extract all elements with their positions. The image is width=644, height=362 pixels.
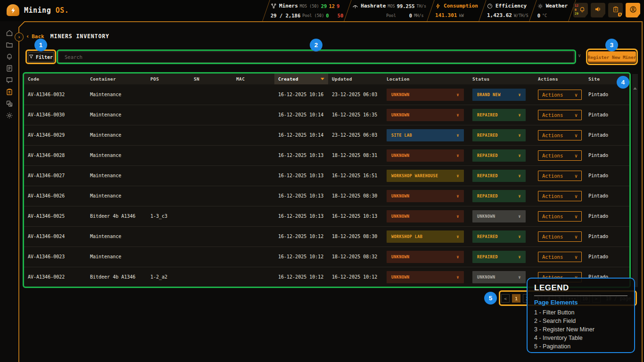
status-dropdown[interactable]: REPAIRED∨ <box>472 251 526 263</box>
status-dropdown[interactable]: REPAIRED∨ <box>472 230 526 243</box>
legend-title: LEGEND <box>534 283 627 293</box>
status-dropdown[interactable]: REPAIRED∨ <box>472 109 526 121</box>
location-dropdown[interactable]: UNKNOWN∨ <box>387 109 464 121</box>
top-header: Mining OS. Miners MOS (50) 29 12 9 29 / … <box>0 0 644 21</box>
sidebar-chat-icon[interactable] <box>6 76 14 84</box>
search-chevron-icon[interactable]: ∨ <box>578 53 581 58</box>
col-created-sorted[interactable]: Created <box>274 74 328 84</box>
legend-item: 1 - Filter Button <box>534 308 627 317</box>
location-dropdown[interactable]: UNKNOWN∨ <box>387 210 464 222</box>
status-dropdown[interactable]: BRAND NEW∨ <box>472 89 526 101</box>
sidebar-expand-button[interactable]: › <box>15 33 24 41</box>
status-dropdown[interactable]: UNKNOWN∨ <box>472 271 526 283</box>
status-dropdown[interactable]: REPAIRED∨ <box>472 129 526 141</box>
sidebar-document-icon[interactable] <box>6 64 14 72</box>
miners-mos-ok: 29 <box>321 3 327 9</box>
cell-updated: 23-12-2025 06:03 <box>328 131 383 140</box>
actions-dropdown[interactable]: Actions∨ <box>538 191 582 201</box>
col-sn[interactable]: SN <box>190 76 232 82</box>
sidebar-assets-icon[interactable] <box>6 99 14 107</box>
cell-pos: 1-3_c3 <box>147 212 190 221</box>
actions-dropdown[interactable]: Actions∨ <box>538 231 582 242</box>
sound-button[interactable] <box>591 3 605 17</box>
table-row[interactable]: AV-A1346-0027 Maintenance 16-12-2025 10:… <box>24 165 630 186</box>
tasks-badge: 0 <box>618 13 622 16</box>
table-row[interactable]: AV-A1346-0030 Maintenance 16-12-2025 10:… <box>24 105 630 125</box>
actions-dropdown[interactable]: Actions∨ <box>538 90 582 100</box>
actions-dropdown[interactable]: Actions∨ <box>538 211 582 222</box>
cell-pos: 1-2_a2 <box>147 272 190 282</box>
cell-site: Pintado <box>585 90 630 99</box>
notifications-button[interactable]: 12 0 29 <box>573 3 588 17</box>
cell-container: Maintenance <box>86 191 147 201</box>
chevron-down-icon: ∨ <box>575 232 578 241</box>
pagination-page-1[interactable]: 1 <box>512 294 520 303</box>
filter-button[interactable]: Filter <box>28 52 54 62</box>
col-updated[interactable]: Updated <box>328 76 383 82</box>
app-logo[interactable]: Mining OS. <box>7 4 69 16</box>
actions-dropdown[interactable]: Actions∨ <box>538 252 582 262</box>
table-row[interactable]: AV-A1346-0023 Maintenance 16-12-2025 10:… <box>24 247 630 267</box>
sidebar-folder-icon[interactable] <box>6 41 14 49</box>
legend-subtitle: Page Elements <box>534 299 627 306</box>
chevron-down-icon: ∨ <box>456 171 459 181</box>
location-dropdown[interactable]: UNKNOWN∨ <box>387 251 464 263</box>
cell-site: Pintado <box>585 171 630 181</box>
table-row[interactable]: AV-A1346-0029 Maintenance 16-12-2025 10:… <box>24 125 630 145</box>
notification-counts: 12 0 29 <box>575 4 578 16</box>
location-dropdown[interactable]: SITE LAB∨ <box>387 129 464 141</box>
location-dropdown[interactable]: WORKSHOP WAREHOUSE∨ <box>387 170 464 182</box>
col-actions[interactable]: Actions <box>532 76 585 82</box>
chevron-left-icon: ‹ <box>26 33 29 40</box>
col-container[interactable]: Container <box>86 76 147 82</box>
stat-consumption: Consumption 141.301 kW <box>431 0 482 21</box>
cell-created: 16-12-2025 10:13 <box>274 212 328 221</box>
location-dropdown[interactable]: UNKNOWN∨ <box>387 89 464 101</box>
col-location[interactable]: Location <box>383 76 469 82</box>
chevron-down-icon: ∨ <box>575 212 578 221</box>
actions-dropdown[interactable]: Actions∨ <box>538 130 582 140</box>
actions-dropdown[interactable]: Actions∨ <box>538 150 582 161</box>
location-dropdown[interactable]: WORKSHOP LAB∨ <box>387 230 464 243</box>
status-dropdown[interactable]: REPAIRED∨ <box>472 170 526 182</box>
table-scrollbar[interactable] <box>632 74 638 287</box>
scroll-up-arrow[interactable] <box>633 87 637 90</box>
cell-site: Pintado <box>585 252 630 262</box>
sidebar-settings-icon[interactable] <box>6 111 14 119</box>
actions-dropdown[interactable]: Actions∨ <box>538 171 582 181</box>
status-dropdown[interactable]: REPAIRED∨ <box>472 149 526 162</box>
cell-code: AV-A1346-0025 <box>24 212 86 221</box>
col-code[interactable]: Code <box>24 76 86 82</box>
location-dropdown[interactable]: UNKNOWN∨ <box>387 149 464 162</box>
cell-container: Maintenance <box>86 131 147 140</box>
account-button[interactable] <box>626 3 640 17</box>
cell-site: Pintado <box>585 110 630 120</box>
actions-dropdown[interactable]: Actions∨ <box>538 110 582 120</box>
col-mac[interactable]: MAC <box>232 76 274 82</box>
search-input[interactable]: Search <box>58 51 574 63</box>
cell-site: Pintado <box>585 212 630 221</box>
cell-created: 16-12-2025 10:12 <box>274 272 328 282</box>
tasks-button[interactable]: 0 <box>608 3 623 17</box>
cell-updated: 23-12-2025 06:03 <box>328 90 383 99</box>
register-new-miner-button[interactable]: Register New Miner <box>588 51 636 63</box>
sidebar-inventory-icon[interactable] <box>6 88 14 96</box>
col-pos[interactable]: POS <box>147 76 190 82</box>
table-row[interactable]: AV-A1346-0028 Maintenance 16-12-2025 10:… <box>24 145 630 165</box>
status-dropdown[interactable]: REPAIRED∨ <box>472 190 526 202</box>
table-row[interactable]: AV-A1346-0024 Maintenance 16-12-2025 10:… <box>24 226 630 247</box>
table-row[interactable]: AV-A1346-0025 Bitdeer 4b A1346 1-3_c3 16… <box>24 206 630 226</box>
hashrate-label: Hashrate <box>361 3 386 9</box>
table-row[interactable]: AV-A1346-0026 Maintenance 16-12-2025 10:… <box>24 186 630 206</box>
sidebar-home-icon[interactable] <box>6 29 14 37</box>
col-status[interactable]: Status <box>469 76 532 82</box>
table-row[interactable]: AV-A1346-0032 Maintenance 16-12-2025 10:… <box>24 84 630 105</box>
chevron-down-icon: ∨ <box>456 252 459 262</box>
location-dropdown[interactable]: UNKNOWN∨ <box>387 271 464 283</box>
pagination-prev-button[interactable]: < <box>501 294 510 303</box>
sidebar-bell-icon[interactable] <box>6 52 14 60</box>
location-dropdown[interactable]: UNKNOWN∨ <box>387 190 464 202</box>
chevron-down-icon: ∨ <box>575 110 578 120</box>
chevron-down-icon: ∨ <box>456 191 459 201</box>
status-dropdown[interactable]: UNKNOWN∨ <box>472 210 526 222</box>
